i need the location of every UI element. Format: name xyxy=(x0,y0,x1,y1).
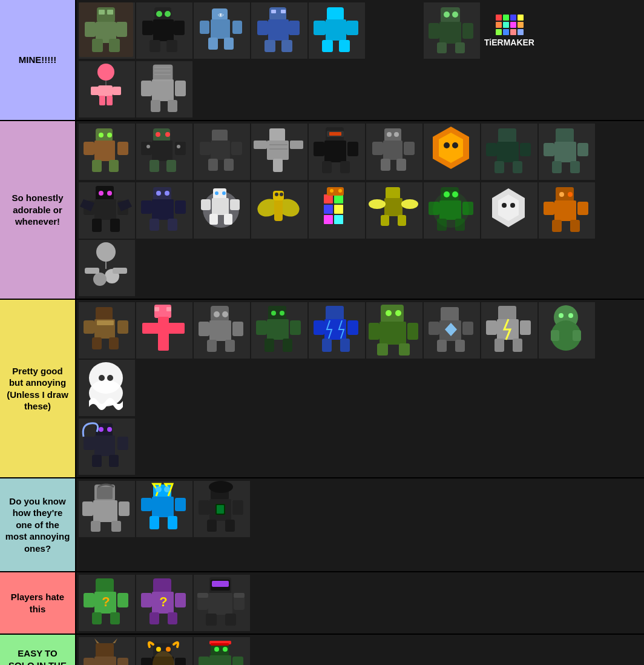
list-item[interactable] xyxy=(424,302,480,359)
list-item[interactable] xyxy=(309,302,365,359)
svg-point-295 xyxy=(209,481,233,493)
svg-point-219 xyxy=(214,311,220,317)
list-item[interactable] xyxy=(539,302,595,359)
list-item[interactable] xyxy=(424,182,480,239)
list-item[interactable] xyxy=(539,182,595,239)
svg-rect-74 xyxy=(175,142,186,155)
list-item[interactable] xyxy=(366,182,422,239)
svg-rect-341 xyxy=(199,657,209,665)
list-item[interactable] xyxy=(424,2,480,59)
tier-label-mine: MINE!!!!! xyxy=(0,0,76,120)
list-item[interactable] xyxy=(366,302,422,359)
svg-rect-164 xyxy=(334,215,343,224)
svg-rect-29 xyxy=(281,40,292,52)
svg-rect-34 xyxy=(314,21,326,35)
list-item[interactable] xyxy=(251,302,307,359)
list-item[interactable]: TiERMAKER xyxy=(481,2,537,59)
list-item[interactable] xyxy=(539,124,595,180)
list-item[interactable] xyxy=(79,419,135,475)
svg-rect-191 xyxy=(552,220,562,232)
svg-rect-291 xyxy=(199,500,209,515)
svg-rect-348 xyxy=(211,643,229,646)
svg-rect-277 xyxy=(82,501,93,516)
svg-rect-130 xyxy=(92,219,102,232)
list-item[interactable] xyxy=(251,2,307,59)
svg-rect-201 xyxy=(96,307,113,320)
svg-rect-18 xyxy=(211,19,230,39)
svg-rect-97 xyxy=(347,142,358,156)
svg-point-185 xyxy=(502,203,507,208)
list-item[interactable] xyxy=(366,124,422,180)
svg-rect-232 xyxy=(347,320,358,335)
svg-rect-322 xyxy=(96,643,114,658)
list-item[interactable] xyxy=(481,124,537,180)
svg-point-45 xyxy=(452,12,458,18)
svg-point-157 xyxy=(275,193,278,196)
svg-rect-240 xyxy=(399,343,410,356)
svg-rect-83 xyxy=(200,142,211,155)
svg-rect-204 xyxy=(117,320,128,334)
list-item[interactable] xyxy=(194,124,250,180)
list-item[interactable] xyxy=(79,61,135,117)
tier-label-annoying: Do you know how they're one of the most … xyxy=(0,478,76,571)
svg-rect-98 xyxy=(322,161,332,173)
svg-rect-13 xyxy=(150,40,160,52)
list-item[interactable] xyxy=(79,182,135,239)
list-item[interactable] xyxy=(136,61,192,117)
list-item[interactable] xyxy=(79,360,135,416)
list-item[interactable] xyxy=(79,637,135,665)
svg-rect-163 xyxy=(324,215,333,224)
svg-rect-124 xyxy=(552,161,562,173)
tier-row-pretty-good: Pretty good but annoying (Unless I draw … xyxy=(0,300,644,478)
svg-point-158 xyxy=(280,193,283,196)
list-item[interactable] xyxy=(251,182,307,239)
svg-rect-192 xyxy=(570,220,580,232)
svg-rect-214 xyxy=(209,320,231,341)
list-item[interactable] xyxy=(194,575,250,631)
list-item[interactable] xyxy=(136,481,192,537)
svg-rect-140 xyxy=(150,219,159,231)
svg-rect-269 xyxy=(117,437,128,450)
list-item[interactable] xyxy=(136,2,192,59)
svg-rect-28 xyxy=(264,40,275,52)
list-item[interactable] xyxy=(136,302,192,359)
svg-rect-114 xyxy=(498,128,516,143)
svg-rect-321 xyxy=(234,593,245,598)
svg-rect-115 xyxy=(497,142,519,162)
svg-rect-25 xyxy=(268,19,289,41)
list-item[interactable] xyxy=(309,182,365,239)
list-item[interactable]: 👁 xyxy=(194,2,250,59)
svg-rect-313 xyxy=(208,593,232,615)
svg-rect-293 xyxy=(207,520,217,532)
list-item[interactable] xyxy=(136,637,192,665)
tier-items-adorable xyxy=(76,121,644,299)
list-item[interactable] xyxy=(194,637,250,665)
svg-rect-91 xyxy=(273,159,283,172)
list-item[interactable] xyxy=(79,2,135,59)
svg-rect-26 xyxy=(257,21,268,35)
list-item[interactable] xyxy=(194,481,250,537)
list-item[interactable] xyxy=(194,182,250,239)
svg-rect-55 xyxy=(141,81,152,96)
list-item[interactable] xyxy=(309,124,365,180)
list-item[interactable] xyxy=(424,124,480,180)
svg-rect-316 xyxy=(206,614,217,626)
list-item[interactable] xyxy=(136,124,192,180)
svg-rect-233 xyxy=(322,339,332,352)
list-item[interactable] xyxy=(481,302,537,359)
svg-rect-85 xyxy=(208,159,218,171)
list-item[interactable]: ? xyxy=(136,575,192,631)
list-item[interactable] xyxy=(79,302,135,359)
list-item[interactable] xyxy=(194,302,250,359)
list-item[interactable] xyxy=(481,182,537,239)
svg-rect-301 xyxy=(117,593,128,607)
svg-rect-342 xyxy=(232,657,243,665)
list-item[interactable] xyxy=(79,124,135,180)
list-item[interactable] xyxy=(309,2,365,59)
list-item[interactable] xyxy=(79,240,135,296)
svg-rect-278 xyxy=(119,501,130,516)
list-item[interactable] xyxy=(251,124,307,180)
list-item[interactable] xyxy=(136,182,192,239)
list-item[interactable] xyxy=(79,481,135,537)
list-item[interactable]: ? xyxy=(79,575,135,631)
